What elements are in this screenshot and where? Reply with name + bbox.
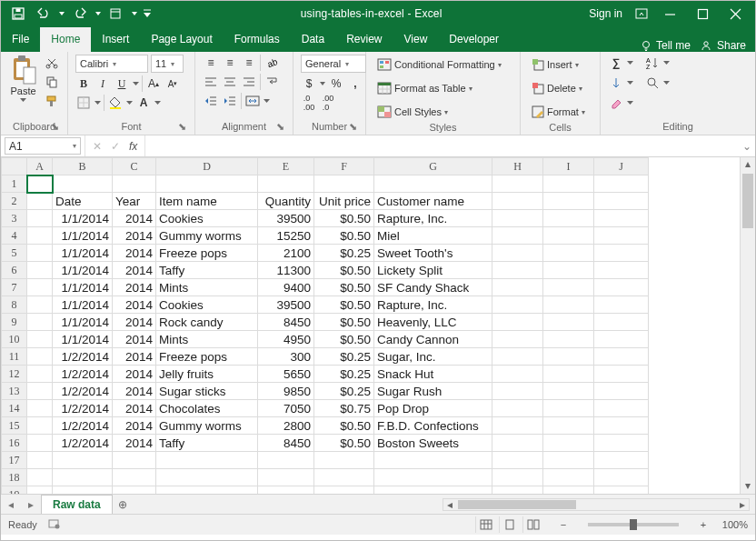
cell[interactable] — [53, 469, 113, 486]
cell[interactable]: 8450 — [258, 314, 314, 331]
row-header[interactable]: 10 — [2, 331, 27, 348]
cell[interactable] — [156, 452, 258, 469]
cell[interactable]: SF Candy Shack — [374, 279, 492, 296]
cell[interactable]: 2014 — [113, 262, 156, 279]
cell[interactable]: 9400 — [258, 279, 314, 296]
cell[interactable]: Sugar sticks — [156, 383, 258, 400]
decrease-indent-icon[interactable] — [203, 93, 219, 109]
cell[interactable] — [113, 486, 156, 495]
cell[interactable]: 9850 — [258, 383, 314, 400]
sheet-nav-prev-icon[interactable]: ◂ — [1, 498, 21, 511]
cell[interactable]: $0.50 — [314, 279, 374, 296]
cell[interactable]: Chocolates — [156, 400, 258, 417]
borders-icon[interactable] — [75, 95, 92, 111]
format-painter-icon[interactable] — [44, 93, 60, 109]
font-name-select[interactable]: Calibri▾ — [75, 55, 148, 73]
cell[interactable] — [27, 383, 53, 400]
cell[interactable]: Jelly fruits — [156, 366, 258, 383]
cell[interactable]: 1/1/2014 — [53, 227, 113, 245]
cell[interactable] — [594, 175, 649, 193]
format-as-table-button[interactable]: Format as Table▾ — [373, 78, 476, 98]
cell[interactable] — [543, 348, 594, 366]
chevron-down-icon[interactable] — [133, 82, 139, 85]
cell[interactable]: $0.25 — [314, 366, 374, 383]
row-header[interactable]: 5 — [2, 245, 27, 262]
cell[interactable]: 1/2/2014 — [53, 366, 113, 383]
cell[interactable] — [543, 262, 594, 279]
cell[interactable] — [543, 366, 594, 383]
cell[interactable] — [27, 331, 53, 348]
close-button[interactable] — [719, 4, 751, 24]
cell[interactable] — [53, 175, 113, 193]
qat-customize-icon[interactable] — [141, 4, 154, 24]
row-header[interactable]: 8 — [2, 296, 27, 314]
cell[interactable] — [27, 469, 53, 486]
align-right-icon[interactable] — [241, 74, 257, 90]
cell[interactable] — [492, 452, 543, 469]
cell[interactable] — [543, 383, 594, 400]
comma-format-icon[interactable]: , — [347, 75, 363, 92]
cell[interactable]: $0.50 — [314, 314, 374, 331]
tab-page-layout[interactable]: Page Layout — [140, 27, 223, 52]
chevron-down-icon[interactable] — [94, 101, 101, 105]
cell[interactable]: 4950 — [258, 331, 314, 348]
cell[interactable]: $0.25 — [314, 348, 374, 366]
cell[interactable]: 1/1/2014 — [53, 296, 113, 314]
cell[interactable] — [543, 296, 594, 314]
cell[interactable] — [53, 486, 113, 495]
column-header[interactable]: J — [594, 158, 649, 175]
cell[interactable] — [492, 331, 543, 348]
cell[interactable]: 1/1/2014 — [53, 314, 113, 331]
cell[interactable] — [543, 435, 594, 452]
cell[interactable]: 1/1/2014 — [53, 331, 113, 348]
column-header[interactable]: G — [374, 158, 492, 175]
find-select-icon[interactable] — [644, 75, 661, 91]
tab-file[interactable]: File — [1, 27, 40, 52]
cell[interactable] — [543, 469, 594, 486]
zoom-slider[interactable] — [588, 523, 679, 526]
align-center-icon[interactable] — [222, 74, 238, 90]
cell[interactable]: 2014 — [113, 400, 156, 417]
sort-filter-icon[interactable]: AZ — [644, 55, 661, 71]
undo-dropdown-icon[interactable] — [57, 4, 66, 24]
cell[interactable]: 39500 — [258, 296, 314, 314]
cell[interactable] — [314, 175, 374, 193]
cell[interactable]: 1/1/2014 — [53, 245, 113, 262]
wrap-text-icon[interactable] — [264, 74, 280, 90]
clear-icon[interactable] — [608, 95, 624, 111]
column-header[interactable]: F — [314, 158, 374, 175]
cell[interactable] — [27, 262, 53, 279]
cell[interactable]: 2014 — [113, 348, 156, 366]
cell[interactable]: 2014 — [113, 314, 156, 331]
cell[interactable]: 2014 — [113, 245, 156, 262]
cell[interactable] — [113, 175, 156, 193]
sheet-nav-next-icon[interactable]: ▸ — [21, 498, 41, 511]
maximize-button[interactable] — [686, 4, 719, 24]
cell[interactable] — [594, 331, 649, 348]
chevron-down-icon[interactable] — [264, 99, 270, 103]
column-header[interactable]: H — [492, 158, 543, 175]
cell[interactable] — [27, 417, 53, 435]
cell[interactable] — [27, 348, 53, 366]
cell[interactable]: 2014 — [113, 435, 156, 452]
cell[interactable]: 8450 — [258, 435, 314, 452]
cell[interactable] — [258, 486, 314, 495]
tab-home[interactable]: Home — [40, 27, 91, 52]
cell[interactable] — [314, 469, 374, 486]
cell[interactable]: Cookies — [156, 296, 258, 314]
cell[interactable]: 2014 — [113, 366, 156, 383]
cell[interactable] — [492, 279, 543, 296]
cell[interactable]: Heavenly, LLC — [374, 314, 492, 331]
row-header[interactable]: 11 — [2, 348, 27, 366]
autosum-icon[interactable]: ∑ — [608, 55, 624, 71]
cell[interactable] — [314, 452, 374, 469]
row-header[interactable]: 9 — [2, 314, 27, 331]
cell[interactable]: Snack Hut — [374, 366, 492, 383]
row-header[interactable]: 18 — [2, 469, 27, 486]
cell[interactable]: $0.50 — [314, 435, 374, 452]
ribbon-display-options-icon[interactable] — [630, 4, 653, 24]
font-size-select[interactable]: 11▾ — [151, 55, 184, 73]
cell[interactable] — [492, 245, 543, 262]
page-break-view-icon[interactable] — [522, 516, 544, 533]
cell[interactable] — [543, 314, 594, 331]
